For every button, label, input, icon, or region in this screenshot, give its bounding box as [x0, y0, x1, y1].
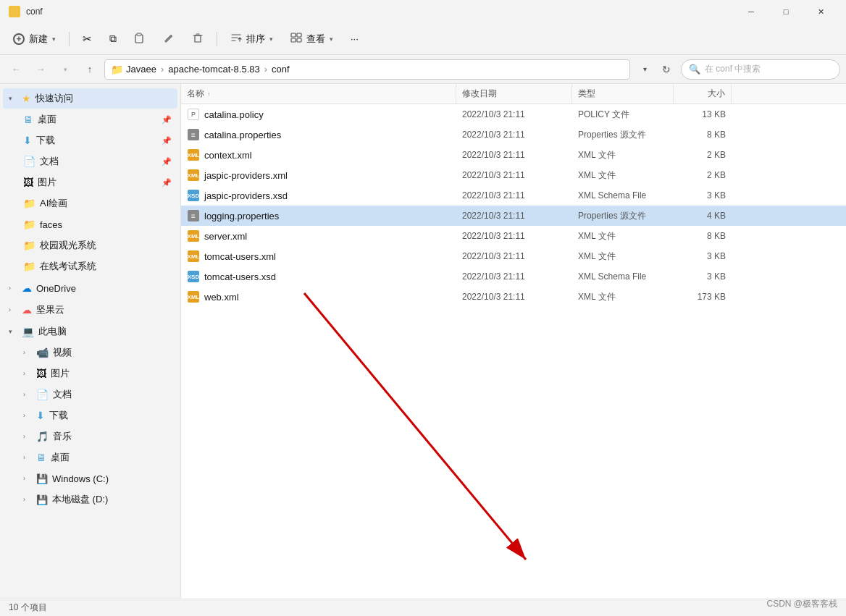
- refresh-button[interactable]: ↻: [656, 59, 677, 80]
- table-row[interactable]: ≡ logging.properties 2022/10/3 21:11 Pro…: [181, 206, 846, 226]
- pin-icon: 📌: [162, 157, 172, 166]
- sidebar-item-onedrive[interactable]: › ☁ OneDrive: [3, 278, 177, 298]
- table-row[interactable]: P catalina.policy 2022/10/3 21:11 POLICY…: [181, 104, 846, 125]
- jianguoyun-label: 坚果云: [36, 303, 64, 316]
- table-row[interactable]: XSD jaspic-providers.xsd 2022/10/3 21:11…: [181, 185, 846, 206]
- col-header-type[interactable]: 类型: [572, 84, 674, 104]
- rename-icon: [163, 32, 175, 46]
- minimize-button[interactable]: ─: [734, 0, 768, 23]
- sidebar-item-local-d[interactable]: › 💾 本地磁盘 (D:): [3, 489, 177, 510]
- path-part-conf: conf: [272, 64, 290, 75]
- table-row[interactable]: XSD tomcat-users.xsd 2022/10/3 21:11 XML…: [181, 266, 846, 287]
- chevron-down-icon-2: ▾: [9, 328, 17, 335]
- sidebar-item-faces[interactable]: 📁 faces: [3, 214, 177, 235]
- file-size-cell: 3 KB: [674, 185, 732, 206]
- cut-button[interactable]: ✂: [75, 28, 99, 51]
- table-row[interactable]: XML jaspic-providers.xml 2022/10/3 21:11…: [181, 165, 846, 185]
- sidebar-item-desktop[interactable]: 🖥 桌面 📌: [3, 109, 177, 130]
- address-path[interactable]: 📁 Javaee › apache-tomcat-8.5.83 › conf: [104, 59, 630, 80]
- table-row[interactable]: XML server.xml 2022/10/3 21:11 XML 文件 8 …: [181, 226, 846, 246]
- file-date-cell: 2022/10/3 21:11: [456, 104, 572, 125]
- folder-yellow-icon: 📁: [23, 198, 35, 209]
- file-name: jaspic-providers.xsd: [204, 190, 288, 201]
- maximize-button[interactable]: □: [769, 0, 803, 23]
- onedrive-label: OneDrive: [36, 283, 76, 294]
- toolbar-divider-2: [217, 32, 217, 46]
- sidebar-exam-label: 在线考试系统: [40, 260, 96, 273]
- sidebar-item-pictures-pc[interactable]: › 🖼 图片: [3, 363, 177, 384]
- view-button[interactable]: 查看 ▾: [283, 28, 340, 51]
- documents-icon-2: 📄: [36, 389, 49, 400]
- chevron-right-icon-2: ›: [9, 306, 17, 313]
- col-header-name[interactable]: 名称 ↑: [181, 84, 456, 104]
- paste-button[interactable]: [127, 28, 153, 51]
- forward-button[interactable]: →: [30, 59, 51, 80]
- sidebar-item-this-pc[interactable]: ▾ 💻 此电脑: [3, 321, 177, 342]
- close-button[interactable]: ✕: [804, 0, 837, 23]
- col-header-date[interactable]: 修改日期: [456, 84, 572, 104]
- sidebar-item-quick-access[interactable]: ▾ ★ 快速访问: [3, 88, 177, 109]
- sidebar-item-pictures[interactable]: 🖼 图片 📌: [3, 172, 177, 193]
- search-icon: 🔍: [689, 64, 700, 75]
- file-name: tomcat-users.xsd: [204, 271, 276, 282]
- sidebar-item-documents-pc[interactable]: › 📄 文档: [3, 384, 177, 405]
- path-folder-icon: 📁: [111, 64, 123, 75]
- drive-c-icon: 💾: [36, 473, 48, 484]
- file-name: context.xml: [204, 150, 252, 161]
- music-icon: 🎵: [36, 431, 49, 442]
- file-size-cell: 2 KB: [674, 165, 732, 185]
- file-name-cell: XML context.xml: [181, 145, 456, 165]
- dropdown-button[interactable]: ▾: [634, 59, 655, 80]
- sidebar-item-desktop-pc[interactable]: › 🖥 桌面: [3, 447, 177, 468]
- sidebar-faces-label: faces: [40, 219, 62, 230]
- sidebar-item-downloads[interactable]: ⬇ 下载 📌: [3, 130, 177, 151]
- table-row[interactable]: ≡ catalina.properties 2022/10/3 21:11 Pr…: [181, 125, 846, 145]
- sidebar-item-windows-c[interactable]: › 💾 Windows (C:): [3, 468, 177, 489]
- table-row[interactable]: XML context.xml 2022/10/3 21:11 XML 文件 2…: [181, 145, 846, 165]
- file-size-cell: 173 KB: [674, 287, 732, 307]
- sidebar-item-exam-system[interactable]: 📁 在线考试系统: [3, 256, 177, 277]
- svg-rect-0: [135, 35, 143, 43]
- desktop-icon-2: 🖥: [36, 452, 46, 463]
- chevron-right-icon-m: ›: [23, 433, 32, 440]
- sidebar-item-jianguoyun[interactable]: › ☁ 坚果云: [3, 300, 177, 320]
- download-icon-2: ⬇: [36, 410, 45, 421]
- delete-button[interactable]: [185, 28, 211, 51]
- sidebar-item-documents[interactable]: 📄 文档 📌: [3, 151, 177, 172]
- rename-button[interactable]: [156, 28, 182, 51]
- file-name-cell: XSD tomcat-users.xsd: [181, 266, 456, 287]
- sidebar-item-downloads-pc[interactable]: › ⬇ 下载: [3, 405, 177, 426]
- table-row[interactable]: XML web.xml 2022/10/3 21:11 XML 文件 173 K…: [181, 287, 846, 307]
- watermark-text: CSDN @极客客栈: [766, 599, 837, 609]
- recent-button[interactable]: ▾: [55, 59, 75, 80]
- file-icon: ≡: [187, 209, 200, 222]
- search-box[interactable]: 🔍 在 conf 中搜索: [681, 59, 840, 80]
- sort-button[interactable]: 排序 ▾: [223, 28, 280, 51]
- onedrive-section: › ☁ OneDrive: [0, 278, 180, 298]
- col-header-size[interactable]: 大小: [674, 84, 732, 104]
- file-size-cell: 2 KB: [674, 145, 732, 165]
- sidebar-item-campus-view[interactable]: 📁 校园观光系统: [3, 235, 177, 256]
- file-type-cell: Properties 源文件: [572, 125, 674, 145]
- pin-icon: 📌: [162, 136, 172, 145]
- up-button[interactable]: ↑: [80, 59, 100, 80]
- file-name: jaspic-providers.xml: [204, 170, 288, 181]
- title-bar-left: conf: [9, 6, 43, 17]
- sidebar-item-video[interactable]: › 📹 视频: [3, 342, 177, 363]
- file-date-cell: 2022/10/3 21:11: [456, 125, 572, 145]
- copy-button[interactable]: ⧉: [102, 28, 124, 51]
- quick-access-section: ▾ ★ 快速访问 🖥 桌面 📌 ⬇ 下载 📌 📄 文档 📌 🖼 图片: [0, 88, 180, 277]
- file-name-cell: ≡ catalina.properties: [181, 125, 456, 145]
- table-row[interactable]: XML tomcat-users.xml 2022/10/3 21:11 XML…: [181, 246, 846, 266]
- new-button[interactable]: + 新建 ▾: [6, 28, 63, 51]
- file-type-cell: XML 文件: [572, 287, 674, 307]
- sidebar-item-music[interactable]: › 🎵 音乐: [3, 426, 177, 447]
- chevron-right-icon-v: ›: [23, 349, 32, 356]
- back-button[interactable]: ←: [6, 59, 26, 80]
- more-button[interactable]: ···: [343, 28, 366, 51]
- sidebar-item-ai-painting[interactable]: 📁 AI绘画: [3, 193, 177, 214]
- pc-icon: 💻: [22, 326, 34, 337]
- folder-yellow-icon-4: 📁: [23, 261, 35, 272]
- file-size-cell: 8 KB: [674, 226, 732, 246]
- pin-icon: 📌: [162, 115, 172, 125]
